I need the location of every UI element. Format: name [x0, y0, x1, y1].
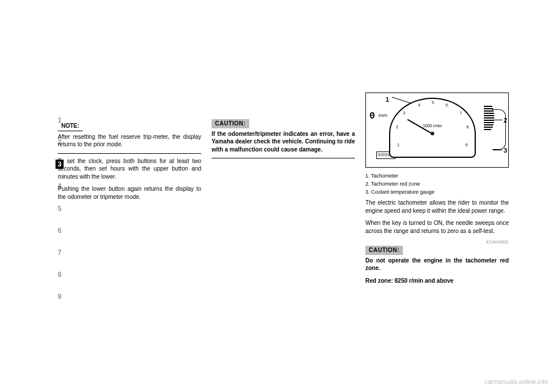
caution-label: CAUTION:	[212, 119, 249, 128]
body-text: The electric tachometer allows the rider…	[365, 199, 509, 215]
caution-text-2: Red zone: 8250 r/min and above	[365, 277, 509, 285]
dial-tick-label: 9	[465, 142, 468, 147]
legend-item: 3. Coolant temperature gauge	[365, 188, 509, 195]
dial-tick-label: 1	[397, 142, 399, 147]
dial-tick-label: 8	[467, 124, 469, 130]
figure-legend: 1. Tachometer 2. Tachometer red zone 3. …	[365, 172, 509, 195]
entry-code: ECA10031	[365, 239, 509, 246]
divider	[58, 153, 201, 154]
body-text: When the key is turned to ON, the needle…	[365, 219, 509, 235]
note-text: After resetting the fuel reserve trip-me…	[58, 133, 201, 149]
legend-item: 1. Tachometer	[365, 172, 509, 179]
figure-callout-1: 1	[386, 95, 389, 104]
dial-tick-label: 5	[432, 100, 434, 105]
dial-tick-label: 2	[396, 124, 398, 130]
dial-unit-label: 1000 r/min	[423, 123, 442, 128]
callout-line	[392, 97, 412, 103]
caution-text: Do not operate the engine in the tachome…	[365, 257, 509, 272]
coolant-gauge	[492, 109, 506, 150]
legend-item: 2. Tachometer red zone	[365, 180, 509, 187]
callout-line	[493, 120, 502, 120]
caution-label: CAUTION:	[365, 246, 403, 255]
speed-unit: km/h	[379, 113, 387, 118]
figure-callout-2: 2	[504, 116, 507, 125]
speed-readout: 0	[369, 110, 375, 123]
note-label: NOTE:	[58, 121, 83, 131]
dial-tick-label: 4	[418, 102, 420, 108]
dial-tick-label: 3	[403, 110, 405, 116]
dial-tick-label: 6	[446, 102, 448, 108]
body-text: To set the clock, press both buttons for…	[58, 157, 201, 181]
dial-tick-label: 7	[460, 110, 462, 116]
column-3: 0 km/h 00000 1000 r/min 1 2 3 4 5 6 7 8 …	[365, 93, 509, 347]
caution-text: If the odometer/tripmeter indicates an e…	[212, 130, 355, 154]
column-1: NOTE: After resetting the fuel reserve t…	[58, 93, 201, 347]
callout-line	[493, 150, 502, 150]
watermark: carmanuals.online.info	[484, 378, 548, 386]
body-text: Pushing the lower button again returns t…	[58, 185, 201, 201]
figure-callout-3: 3	[504, 146, 507, 155]
tachometer-dial: 1000 r/min 1 2 3 4 5 6 7 8 9	[389, 98, 476, 158]
dial-center	[431, 132, 434, 135]
tachometer-figure: 0 km/h 00000 1000 r/min 1 2 3 4 5 6 7 8 …	[365, 93, 509, 168]
column-2: CAUTION: If the odometer/tripmeter indic…	[212, 93, 355, 347]
divider	[212, 158, 355, 158]
page-body: NOTE: After resetting the fuel reserve t…	[58, 93, 509, 347]
